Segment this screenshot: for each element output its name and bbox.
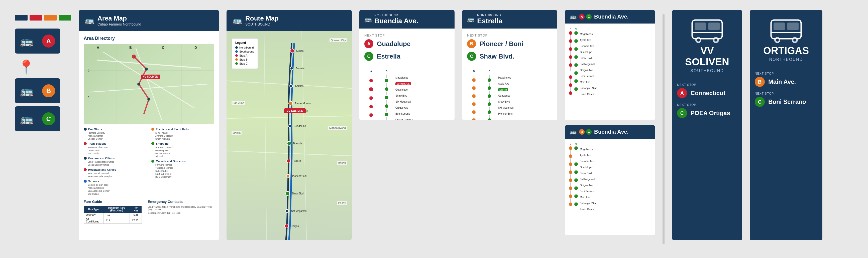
buendia-bc-labels: Magallanes Ayala Ave Buendia Ave. Guadal…	[580, 143, 651, 212]
bac-line-4	[570, 59, 571, 63]
svg-point-30	[287, 141, 291, 145]
svg-text:D: D	[194, 45, 197, 49]
estrella-b-line-1	[473, 75, 474, 78]
sched-c-line-6	[386, 117, 387, 120]
svg-point-10	[145, 68, 148, 71]
bac-line-5	[570, 67, 571, 71]
color-bars	[15, 15, 71, 21]
bbc-lbl-8: Boni Serrano	[580, 189, 651, 194]
bus-card-c[interactable]: 🚌 C	[15, 106, 60, 132]
area-map-subtitle: Cubao Farmers Northbound	[97, 22, 141, 26]
svg-point-55	[714, 39, 717, 41]
ortigas-stops: NEXT STOP B Main Ave. NEXT STOP C Boni S…	[755, 69, 817, 109]
sched-c-line-1	[386, 75, 387, 78]
dir-market-3: Supermarket	[155, 170, 214, 172]
bcc-dot-3	[574, 47, 578, 51]
buendia-next-label: NEXT STOP	[364, 34, 450, 37]
svg-text:Guadalupe: Guadalupe	[294, 124, 306, 127]
dir-govt-1: Land Transportation Office	[88, 161, 146, 163]
sched-a-line-6	[371, 118, 371, 120]
map-grid-svg: A B C D 2 4	[84, 44, 214, 124]
bccc-gap-1	[576, 154, 577, 158]
bcc-line-1	[576, 35, 576, 39]
fare-guide-section: Fare Guide Bus Type Minimum Fare (First …	[84, 200, 142, 224]
vv-soliven-stops: NEXT STOP A Connecticut NEXT STOP C POEA…	[677, 81, 737, 121]
buendia-stop-a-name: Guadalupe	[377, 40, 410, 48]
bbc-lbl-3: Buendia Ave.	[580, 159, 651, 164]
you-are-here-marker: VV SOLIVEN	[141, 75, 160, 79]
left-sidebar: 🚌 A 📍 🚌 B 🚌 C	[15, 15, 71, 132]
estrella-stop-c-name: Shaw Blvd.	[479, 52, 515, 60]
estrella-b-dot-1	[472, 78, 475, 82]
bccc-dot-4	[574, 178, 578, 182]
bccc-line-3	[576, 167, 576, 170]
sched-c-line-4	[386, 100, 387, 104]
svg-text:Kamias: Kamias	[295, 84, 304, 87]
dir-govt-label: Government Offices	[88, 157, 115, 160]
bcc-dot-1	[574, 31, 578, 35]
emergency-item-2: Department Alarm: (02) xxx-xxxx	[148, 212, 214, 214]
bbc-lbl-5: Shaw Blvd	[580, 171, 651, 176]
estrella-c-dot-6	[488, 118, 491, 120]
bac-dot-4	[569, 55, 572, 59]
schedule-route-c-col: C	[380, 70, 394, 120]
fare-table: Bus Type Minimum Fare (First 4km) Per Km…	[84, 206, 142, 224]
svg-text:Ortigas: Ortigas	[291, 225, 299, 227]
svg-text:Pioneer/Boni: Pioneer/Boni	[292, 175, 306, 177]
svg-text:B: B	[129, 45, 132, 49]
estrella-lbl-estrella: Estrella	[498, 87, 552, 93]
buendia-ac-routes: A C	[579, 14, 592, 20]
separator-bar	[662, 14, 664, 244]
svg-text:Cubao: Cubao	[296, 49, 304, 52]
dir-shop-2: Gateway Mall	[155, 149, 214, 152]
ortigas-next-label-b: NEXT STOP	[755, 72, 817, 75]
svg-point-31	[287, 159, 291, 163]
fare-km-ac: P2.20	[130, 217, 142, 224]
sched-a-dot-sm	[369, 113, 373, 117]
bac-line-3	[570, 51, 571, 55]
estrella-schedule-section: B C	[467, 66, 552, 120]
dir-market-4: Mart Superstore	[155, 173, 214, 175]
fare-col-type: Bus Type	[84, 206, 104, 213]
route-badge-a: A	[42, 35, 55, 47]
estrella-next-b: B Pioneer / Boni	[467, 39, 552, 48]
svg-rect-57	[774, 23, 785, 30]
estrella-b-line-5	[473, 107, 474, 110]
dir-train-2: Cubao LRT2	[88, 149, 146, 152]
bac-gap	[570, 71, 571, 75]
estrella-stop-name: Estrella	[477, 17, 502, 25]
ortigas-stop-b-name: Main Ave.	[768, 78, 796, 85]
bbc-lbl-1: Magallanes	[580, 147, 651, 152]
bac-lbl-10: Ballwag / 5Star	[580, 85, 651, 91]
bac-dot-8	[569, 91, 572, 95]
buendia-highlight: Buendia Ave.	[395, 82, 411, 85]
estrella-stop-card: 🚌 NORTHBOUND Estrella NEXT STOP B Pionee…	[462, 10, 557, 120]
buendia-bc-badge-c: C	[586, 129, 592, 135]
buendia-ac-badge-a: A	[579, 14, 585, 20]
bac-lbl-11: Ermin Garcia	[580, 91, 651, 97]
directory-col-left: Bus Stops Farmers Bus Bay Araneta Center…	[84, 127, 146, 196]
bcc-line-6	[576, 75, 576, 79]
estrella-c-dot-5	[488, 110, 491, 114]
dir-markets-label: Markets and Groceries	[156, 160, 186, 163]
sched-a-line-4	[371, 101, 371, 104]
bus-card-b[interactable]: 🚌 B	[15, 78, 60, 103]
ortigas-next-b-container: NEXT STOP B Main Ave.	[755, 72, 817, 87]
bus-card-a[interactable]: 🚌 A	[15, 29, 60, 53]
color-bar-green	[59, 15, 71, 21]
bbc-lbl-11: Ermin Garcia	[580, 207, 651, 212]
color-bar-red	[30, 15, 42, 21]
bac-lbl-5: Shaw Blvd	[580, 56, 651, 61]
dir-theater-2: Araneta Coliseum	[155, 135, 214, 137]
bccc-line-7	[576, 198, 576, 202]
dir-school-4: CSI Cubao	[88, 193, 146, 195]
area-map-image: A B C D 2 4 VV SOLIVEN	[84, 44, 214, 124]
route-map-direction: SOUTHBOUND	[245, 22, 279, 26]
directory-title: Area Directory	[84, 36, 214, 41]
svg-point-26	[290, 84, 293, 87]
estrella-c-dot-1	[488, 78, 491, 82]
estrella-direction: NORTHBOUND	[477, 13, 502, 17]
buendia-stop-name: Buendia Ave.	[374, 17, 418, 25]
dir-train-1: Araneta-Cubao MRT	[88, 146, 146, 149]
svg-point-35	[285, 224, 289, 228]
